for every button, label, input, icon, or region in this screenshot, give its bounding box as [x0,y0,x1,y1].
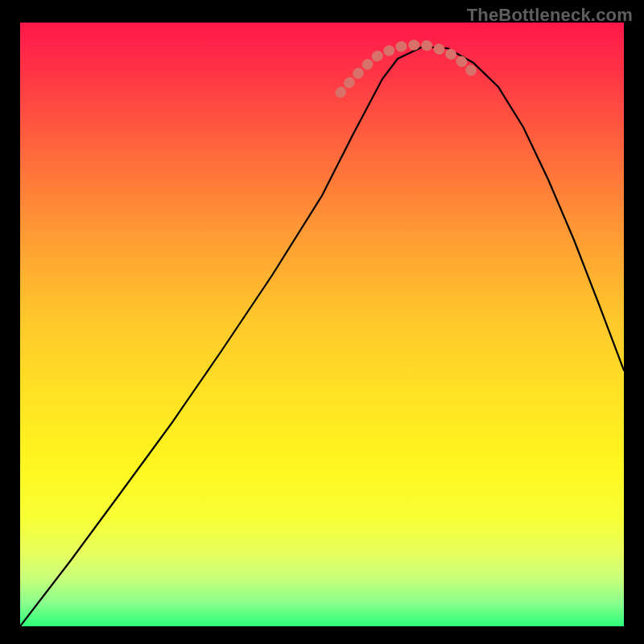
highlight-dots [20,23,624,626]
chart-frame: TheBottleneck.com [0,0,644,644]
plot-area [20,23,624,626]
watermark-text: TheBottleneck.com [467,5,633,26]
highlight-dots-path [341,45,473,93]
